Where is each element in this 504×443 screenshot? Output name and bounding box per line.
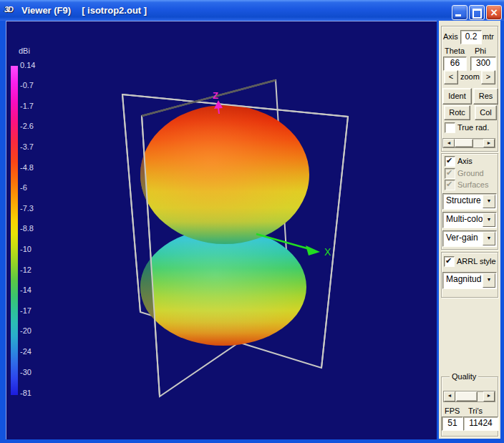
tick-label: -24 [20,347,32,356]
check-icon: ✔ [445,256,452,266]
window-title: Viewer (F9) [21,5,71,16]
tick-label: -4.8 [20,163,34,172]
tick-label: -2.6 [20,122,34,130]
gain-mode-dropdown-value: Ver-gain [446,233,478,243]
slider-left-arrow-icon[interactable]: ◄ [443,139,455,147]
col-button[interactable]: Col [475,105,497,120]
phi-field[interactable]: 300 [470,57,496,71]
x-axis-label: X [324,246,331,258]
axis-checkbox-label: Axis [457,157,472,165]
phi-label: Phi [475,47,486,55]
check-icon: ✔ [446,168,452,177]
true-rad-checkbox[interactable] [445,122,455,133]
tick-label: -7.3 [20,204,34,213]
maximize-button[interactable] [469,5,485,20]
gain-mode-dropdown[interactable]: Ver-gain ▼ [442,230,497,247]
tick-label: -10 [20,245,32,253]
tick-label: 0.14 [20,61,35,69]
title-bar[interactable]: 3D Viewer (F9) [ isotrop2.out ] × [0,0,504,21]
color-mode-dropdown[interactable]: Multi-colo ▼ [442,212,497,228]
zoom-label: zoom [460,72,480,81]
minimize-button[interactable] [452,5,467,20]
tick-label: -20 [20,326,32,335]
tick-label: -3.7 [20,142,34,151]
color-mode-dropdown-value: Multi-colo [446,214,483,224]
structure-dropdown[interactable]: Structure ▼ [442,193,497,210]
tris-label: Tri's [468,407,483,415]
slider-right-arrow-icon[interactable]: ► [483,391,495,401]
tick-label: -1.7 [20,102,34,110]
chevron-down-icon[interactable]: ▼ [483,213,495,227]
structure-dropdown-value: Structure [446,195,481,205]
tick-label: -30 [20,368,32,376]
theta-label: Theta [445,47,465,55]
ground-checkbox-label: Ground [457,169,484,177]
axis-length-label: Axis [443,32,458,41]
color-scale-bar [11,66,18,395]
quality-slider-thumb[interactable] [456,391,478,401]
check-icon: ✔ [446,180,452,189]
window-controls: × [452,5,502,20]
magnitude-dropdown[interactable]: Magnitud ▼ [442,272,497,289]
zoom-out-button[interactable]: < [444,70,458,84]
window-title-file: [ isotrop2.out ] [82,5,147,16]
res-button[interactable]: Res [473,88,498,104]
axis-length-field[interactable]: 0.2 [460,30,482,44]
viewer-window: { "window": { "icon_label": "3D", "title… [0,0,504,443]
tick-label: -12 [20,266,32,274]
tick-label: -14 [20,286,32,294]
app-icon: 3D [4,5,17,16]
surfaces-checkbox[interactable]: ✔ [445,180,455,190]
rotc-button[interactable]: Rotc [444,105,470,120]
color-scale-unit: dBi [19,47,30,55]
tick-label: -8.8 [20,224,34,233]
fps-label: FPS [445,407,460,415]
ident-button[interactable]: Ident [442,88,472,104]
quality-slider[interactable]: ◄ ► [443,391,495,402]
chevron-down-icon[interactable]: ▼ [483,232,495,245]
slider-left-arrow-icon[interactable]: ◄ [444,391,455,401]
true-rad-label: True rad. [457,123,489,132]
lower-lobe-highlight [140,228,306,346]
check-icon: ✔ [446,156,452,165]
ground-checkbox[interactable]: ✔ [445,168,455,179]
viewport-3d[interactable]: dBi 0.14 -0.7 -1.7 -2.6 -3.7 -4.8 -6 -7.… [6,21,437,439]
maximize-icon [472,9,482,19]
magnitude-dropdown-value: Magnitud [446,274,481,284]
tick-label: -17 [20,306,32,315]
tick-label: -6 [20,183,27,192]
chevron-down-icon[interactable]: ▼ [483,273,495,288]
minimize-icon [455,14,461,16]
fps-value-field: 51 [442,417,463,431]
tick-label: -81 [20,389,32,397]
upper-lobe-highlight [140,105,309,244]
axis-unit-label: mtr [483,32,494,41]
tris-value-field: 11424 [463,417,498,431]
axis-checkbox[interactable]: ✔ [445,156,455,167]
rad-slider-thumb[interactable] [455,139,473,147]
radiation-pattern-scene: dBi 0.14 -0.7 -1.7 -2.6 -3.7 -4.8 -6 -7.… [6,21,437,439]
chevron-down-icon[interactable]: ▼ [483,195,495,208]
close-icon: × [487,6,501,19]
tick-label: -0.7 [20,81,34,89]
theta-field[interactable]: 66 [443,57,467,71]
rad-slider[interactable]: ◄ ► [442,138,495,148]
z-axis-label: Z [213,90,218,101]
quality-label: Quality [450,372,478,381]
control-panel: Axis 0.2 mtr Theta Phi 66 300 < zoom > I… [439,21,500,439]
arrl-style-checkbox[interactable]: ✔ [444,256,455,267]
zoom-in-button[interactable]: > [481,70,495,84]
surfaces-checkbox-label: Surfaces [457,180,488,189]
slider-right-arrow-icon[interactable]: ► [483,139,495,147]
arrl-style-label: ARRL style [457,257,496,266]
close-button[interactable]: × [486,5,502,20]
